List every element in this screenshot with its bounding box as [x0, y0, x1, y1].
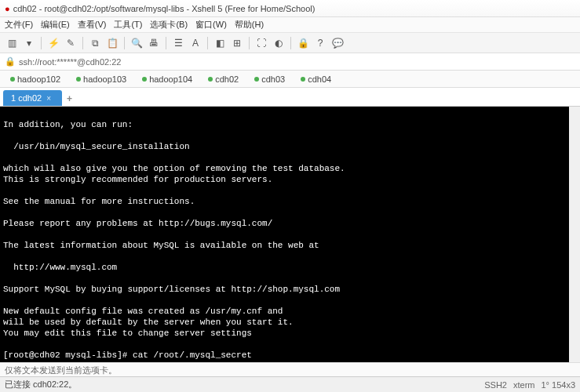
- inner-tab-bar: 1 cdh02 × +: [0, 88, 580, 107]
- terminal[interactable]: In addition, you can run: /usr/bin/mysql…: [0, 107, 580, 362]
- session-tab[interactable]: cdh04: [294, 72, 338, 86]
- new-session-icon[interactable]: ▥: [5, 36, 19, 50]
- menu-bar: 文件(F) 编辑(E) 查看(V) 工具(T) 选项卡(B) 窗口(W) 帮助(…: [0, 17, 580, 33]
- terminal-line: The latest information about MySQL is av…: [3, 241, 319, 250]
- copy-icon[interactable]: ⧉: [88, 36, 102, 50]
- close-icon[interactable]: ×: [46, 94, 51, 103]
- layout-icon[interactable]: ⊞: [230, 36, 244, 50]
- status-dot-icon: [142, 77, 147, 82]
- toolbar: ▥ ▾ ⚡ ✎ ⧉ 📋 🔍 🖶 ☰ A ◧ ⊞ ⛶ ◐ 🔒 ? 💬: [0, 33, 580, 53]
- address-text[interactable]: ssh://root:******@cdh02:22: [19, 57, 121, 67]
- tab-label: 1 cdh02: [11, 93, 42, 103]
- terminal-line: New default config file was created as /…: [3, 307, 283, 316]
- session-label: cdh04: [308, 74, 331, 84]
- menu-tools[interactable]: 工具(T): [114, 19, 142, 31]
- separator: [166, 37, 166, 49]
- separator: [124, 37, 125, 49]
- status-bar: 已连接 cdh02:22。 SSH2 xterm 1° 154x3: [0, 376, 580, 392]
- lock-icon: 🔒: [5, 56, 16, 67]
- app-icon: ●: [5, 4, 10, 13]
- terminal-line: Please report any problems at http://bug…: [3, 219, 272, 228]
- find-icon[interactable]: 🔍: [129, 36, 144, 50]
- window-title: cdh02 - root@cdh02:/opt/software/mysql-l…: [13, 4, 316, 13]
- terminal-line: # The random password set for the root u…: [3, 361, 531, 362]
- status-enc: xterm: [513, 380, 535, 390]
- disconnect-icon[interactable]: ✎: [64, 36, 78, 50]
- menu-edit[interactable]: 编辑(E): [41, 19, 70, 31]
- session-label: cdh03: [261, 74, 285, 84]
- chat-icon[interactable]: 💬: [330, 36, 345, 50]
- separator: [290, 37, 291, 49]
- status-dot-icon: [10, 77, 15, 82]
- menu-file[interactable]: 文件(F): [5, 19, 33, 31]
- lock-icon[interactable]: 🔒: [296, 36, 310, 50]
- add-tab-button[interactable]: +: [62, 92, 77, 106]
- session-label: hadoop103: [83, 74, 126, 84]
- address-bar: 🔒 ssh://root:******@cdh02:22: [0, 53, 580, 71]
- session-tab[interactable]: cdh03: [247, 72, 292, 86]
- separator: [41, 37, 42, 49]
- session-tab[interactable]: hadoop102: [3, 72, 67, 86]
- menu-help[interactable]: 帮助(H): [235, 19, 264, 31]
- paste-icon[interactable]: 📋: [105, 36, 119, 50]
- terminal-line: See the manual for more instructions.: [3, 197, 195, 206]
- terminal-line: http://www.mysql.com: [3, 263, 117, 272]
- open-icon[interactable]: ▾: [22, 36, 36, 50]
- menu-view[interactable]: 查看(V): [78, 19, 107, 31]
- font-icon[interactable]: A: [188, 36, 202, 50]
- session-label: hadoop102: [17, 74, 60, 84]
- terminal-line: which will also give you the option of r…: [3, 164, 345, 173]
- status-left: 已连接 cdh02:22。: [5, 379, 77, 390]
- separator: [249, 37, 250, 49]
- terminal-line: [root@cdh02 mysql-libs]# cat /root/.mysq…: [3, 350, 252, 360]
- session-tab[interactable]: cdh02: [201, 72, 246, 86]
- reconnect-icon[interactable]: ⚡: [46, 36, 60, 50]
- terminal-line: /usr/bin/mysql_secure_installation: [3, 142, 190, 151]
- status-dot-icon: [76, 77, 81, 82]
- status-dot-icon: [301, 77, 305, 82]
- session-tabs: hadoop102 hadoop103 hadoop104 cdh02 cdh0…: [0, 71, 580, 88]
- session-label: hadoop104: [149, 74, 192, 84]
- status-dot-icon: [208, 77, 213, 82]
- active-tab[interactable]: 1 cdh02 ×: [3, 90, 62, 106]
- help-icon[interactable]: ?: [313, 36, 327, 50]
- scrollbar-thumb[interactable]: [571, 247, 580, 349]
- separator: [207, 37, 208, 49]
- terminal-line: In addition, you can run:: [3, 120, 133, 129]
- session-tab[interactable]: hadoop103: [69, 72, 133, 86]
- hint-bar: 仅将文本发送到当前选项卡。: [0, 362, 580, 376]
- session-label: cdh02: [215, 74, 239, 84]
- menu-tabs[interactable]: 选项卡(B): [150, 19, 188, 31]
- color-icon[interactable]: ◧: [213, 36, 227, 50]
- hint-text: 仅将文本发送到当前选项卡。: [5, 365, 117, 375]
- terminal-line: Support MySQL by buying support/licenses…: [3, 285, 340, 294]
- fullscreen-icon[interactable]: ⛶: [254, 36, 268, 50]
- transparency-icon[interactable]: ◐: [272, 36, 286, 50]
- scrollbar[interactable]: [569, 107, 580, 362]
- status-size: 1° 154x3: [541, 380, 575, 390]
- terminal-line: This is strongly recommended for product…: [3, 175, 272, 184]
- title-bar: ● cdh02 - root@cdh02:/opt/software/mysql…: [0, 0, 580, 17]
- terminal-line: will be used by default by the server wh…: [3, 318, 294, 327]
- status-dot-icon: [254, 77, 259, 82]
- print-icon[interactable]: 🖶: [147, 36, 161, 50]
- session-tab[interactable]: hadoop104: [135, 72, 199, 86]
- status-ssh: SSH2: [484, 380, 507, 390]
- terminal-line: You may edit this file to change server …: [3, 328, 252, 338]
- properties-icon[interactable]: ☰: [171, 36, 185, 50]
- separator: [82, 37, 83, 49]
- menu-window[interactable]: 窗口(W): [195, 19, 227, 31]
